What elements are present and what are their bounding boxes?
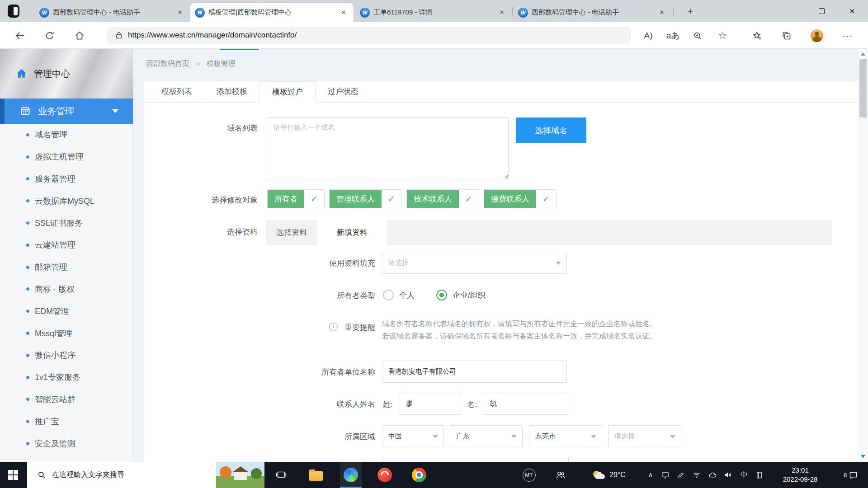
tab-choose-profile[interactable]: 选择资料 <box>266 220 317 245</box>
tab-close-icon[interactable]: ✕ <box>175 7 185 18</box>
radio-organization-label[interactable]: 企业/组织 <box>453 290 486 300</box>
red-browser-icon[interactable] <box>374 462 396 488</box>
search-highlight-image[interactable] <box>216 462 264 488</box>
ime-indicator[interactable]: 中 <box>737 462 751 488</box>
mt-badge[interactable]: MT <box>520 462 538 488</box>
sidebar-item-sitebuilder[interactable]: 云建站管理 <box>0 234 133 256</box>
given-name-input[interactable] <box>484 393 568 415</box>
refresh-icon[interactable] <box>42 28 57 43</box>
start-button[interactable] <box>8 470 18 480</box>
clock-date: 2022-09-28 <box>783 475 818 484</box>
target-billing-contact-toggle[interactable]: 缴费联系人 ✓ <box>484 189 557 208</box>
file-explorer-icon[interactable] <box>305 462 327 488</box>
display-icon[interactable] <box>658 462 672 488</box>
tray-expand-icon[interactable]: ∧ <box>644 462 657 488</box>
region-country-select[interactable]: 中国 <box>382 425 444 447</box>
volume-icon[interactable] <box>721 462 736 488</box>
tab-add-template[interactable]: 添加模板 <box>204 81 259 102</box>
sidebar-item-edm[interactable]: EDM管理 <box>0 300 133 322</box>
browser-tab-4[interactable]: w 西部数码管理中心 - 电话助手 ✕ <box>514 3 672 22</box>
journal-icon[interactable] <box>752 462 766 488</box>
lock-icon[interactable] <box>114 30 123 40</box>
notice-text: 域名所有者名称代表域名的拥有权，请填写与所有者证件完全一致的企业名称或姓名。 若… <box>382 318 744 342</box>
sidebar-item-promotion[interactable]: 推广宝 <box>0 410 133 432</box>
tab-close-icon[interactable]: ✕ <box>338 7 349 18</box>
scroll-down-icon[interactable] <box>861 455 865 458</box>
edge-browser-icon[interactable] <box>340 462 362 488</box>
people-icon[interactable] <box>551 462 571 488</box>
sidebar-item-domain[interactable]: 域名管理 <box>0 124 133 146</box>
back-icon[interactable] <box>12 28 28 43</box>
task-view-icon[interactable] <box>270 462 292 488</box>
network-icon[interactable] <box>689 462 704 488</box>
radio-organization[interactable] <box>436 290 447 300</box>
tab-template-transfer[interactable]: 模板过户 <box>259 81 316 103</box>
target-tech-contact-toggle[interactable]: 技术联系人 ✓ <box>406 189 479 208</box>
domain-list-textarea[interactable] <box>267 117 509 179</box>
sidebar-item-virtual-host[interactable]: 虚拟主机管理 <box>0 146 133 168</box>
favorites-icon[interactable] <box>749 28 764 43</box>
add-favorite-icon[interactable]: ☆ <box>715 28 730 43</box>
sidebar-item-cloudsites[interactable]: 智能云站群 <box>0 389 133 411</box>
new-tab-button[interactable]: + <box>684 5 697 18</box>
settings-menu-icon[interactable]: ··· <box>840 28 855 43</box>
sidebar-header[interactable]: 管理中心 <box>0 49 133 99</box>
main-content: 西部数码首页 » 模板管理 模板列表 添加模板 模板过户 过户状态 域名列表 选… <box>133 49 858 462</box>
address-bar[interactable]: https://www.west.cn/manager/domain/conta… <box>107 27 631 44</box>
sidebar-item-ssl[interactable]: SSL证书服务 <box>0 212 133 234</box>
sidebar-item-weapp[interactable]: 微信小程序 <box>0 344 133 366</box>
target-owner-toggle[interactable]: 所有者 ✓ <box>267 189 325 208</box>
minimize-button[interactable] <box>774 0 806 22</box>
browser-tab-3[interactable]: w 工单6119709 - 详情 ✕ <box>355 3 512 22</box>
region-district-select[interactable]: 请选择 <box>608 425 681 447</box>
region-province-select[interactable]: 广东 <box>450 425 523 447</box>
profile-avatar[interactable] <box>809 28 825 43</box>
target-admin-contact-toggle[interactable]: 管理联系人 ✓ <box>329 189 402 208</box>
vertical-scrollbar[interactable] <box>858 49 868 462</box>
chrome-browser-icon[interactable] <box>408 462 430 488</box>
weather-widget[interactable]: 29°C <box>582 462 637 488</box>
notification-center[interactable]: 8 <box>837 462 864 488</box>
scrollbar-thumb[interactable] <box>859 59 867 117</box>
sidebar-item-security[interactable]: 安全及监测 <box>0 432 133 455</box>
tab-close-icon[interactable]: ✕ <box>496 7 507 18</box>
translate-icon[interactable]: aあ <box>665 28 681 43</box>
pen-icon[interactable] <box>674 462 688 488</box>
onedrive-cloud-icon[interactable] <box>705 462 720 488</box>
dropdown-triangle-icon <box>556 262 561 265</box>
collections-icon[interactable] <box>779 28 794 43</box>
breadcrumb-home[interactable]: 西部数码首页 <box>146 60 189 67</box>
home-icon[interactable] <box>72 28 87 43</box>
search-placeholder: 在這裡輸入文字來搜尋 <box>52 470 124 480</box>
read-aloud-icon[interactable]: A) <box>641 28 656 43</box>
tab-close-icon[interactable]: ✕ <box>656 7 667 18</box>
tab-new-profile[interactable]: 新填资料 <box>317 220 387 245</box>
radio-personal-label[interactable]: 个人 <box>399 290 415 300</box>
zoom-icon[interactable] <box>690 28 705 43</box>
sidebar-item-expert[interactable]: 1v1专家服务 <box>0 366 133 389</box>
sidebar-item-business-management[interactable]: 业务管理 <box>0 99 133 124</box>
sidebar-item-trademark[interactable]: 商标 · 版权 <box>0 278 133 300</box>
sidebar-item-server[interactable]: 服务器管理 <box>0 168 133 190</box>
maximize-button[interactable] <box>806 0 837 22</box>
tab-transfer-status[interactable]: 过户状态 <box>316 81 371 102</box>
address-input-cutoff[interactable] <box>382 457 569 462</box>
scroll-up-icon[interactable] <box>861 52 865 56</box>
tab-template-list[interactable]: 模板列表 <box>149 81 204 102</box>
taskbar-clock[interactable]: 23:01 2022-09-28 <box>769 462 832 488</box>
browser-tab-2-active[interactable]: w 模板管理|西部数码管理中心 ✕ <box>190 3 354 22</box>
clock-time: 23:01 <box>792 466 809 475</box>
sidebar-item-mssql[interactable]: Mssql管理 <box>0 322 133 344</box>
surname-input[interactable] <box>400 393 461 415</box>
browser-tab-1[interactable]: w 西部数码管理中心 - 电话助手 ✕ <box>35 3 190 22</box>
tab-actions-icon[interactable] <box>8 5 19 18</box>
owner-name-input[interactable] <box>382 361 567 383</box>
close-button[interactable]: ✕ <box>836 0 868 22</box>
taskbar-search[interactable]: 在這裡輸入文字來搜尋 <box>27 462 264 488</box>
sidebar-item-mysql[interactable]: 云数据库MySQL <box>0 190 133 212</box>
fill-from-select[interactable]: 请选择 <box>382 252 567 274</box>
sidebar-item-mail[interactable]: 邮箱管理 <box>0 256 133 278</box>
region-city-select[interactable]: 东莞市 <box>529 425 602 447</box>
select-domain-button[interactable]: 选择域名 <box>516 117 586 143</box>
radio-personal[interactable] <box>383 290 394 300</box>
